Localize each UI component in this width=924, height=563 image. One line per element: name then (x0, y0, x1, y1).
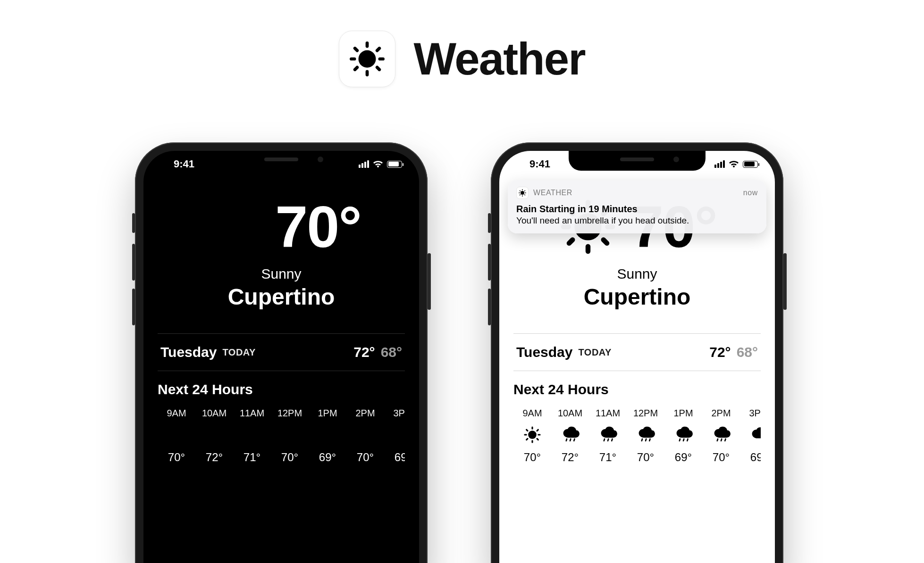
page-header: Weather (0, 31, 924, 87)
hour-time: 12PM (277, 408, 302, 419)
cloud-icon (748, 426, 761, 443)
status-time: 9:41 (160, 158, 208, 170)
rain-icon (278, 425, 301, 444)
next-24-title: Next 24 Hours (513, 381, 761, 397)
hour-time: 10AM (558, 408, 582, 419)
rain-icon (710, 425, 732, 444)
hour-time: 3PM (749, 408, 761, 419)
rain-icon (241, 425, 263, 444)
hour-temp: 72° (206, 451, 223, 464)
hour-cell[interactable]: 11AM71° (233, 408, 271, 464)
hour-cell[interactable]: 10AM72° (195, 408, 233, 464)
current-location: Cupertino (499, 284, 775, 310)
hour-time: 1PM (673, 408, 693, 419)
phone-dark: 9:41 70° Sunny Cupertino Tuesday TODAY 7… (135, 142, 428, 563)
notch (569, 151, 706, 171)
cellular-icon (714, 160, 725, 168)
wifi-icon (373, 160, 383, 168)
hour-time: 2PM (711, 408, 731, 419)
hour-cell[interactable]: 11AM71° (589, 408, 627, 464)
wifi-icon (729, 160, 739, 168)
hour-cell[interactable]: 2PM70° (346, 408, 384, 464)
next-24-section: Next 24 Hours 9AM70°10AM72°11AM71°12PM70… (158, 381, 405, 464)
hour-temp: 71° (244, 451, 260, 464)
hour-time: 3PM (393, 408, 405, 419)
hour-temp: 70° (524, 451, 541, 464)
today-low: 68° (737, 344, 758, 360)
hour-time: 1PM (318, 408, 337, 419)
hour-temp: 70° (281, 451, 298, 464)
hour-cell[interactable]: 9AM70° (158, 408, 195, 464)
hour-temp: 69° (319, 451, 336, 464)
hour-cell[interactable]: 12PM70° (271, 408, 309, 464)
notification-body: You'll need an umbrella if you head outs… (516, 215, 758, 226)
hour-time: 10AM (202, 408, 227, 419)
hour-cell[interactable]: 12PM70° (627, 408, 664, 464)
hour-cell[interactable]: 3PM69° (740, 408, 761, 464)
hour-cell[interactable]: 1PM69° (664, 408, 702, 464)
hour-temp: 69° (750, 451, 761, 464)
rain-icon (559, 425, 581, 444)
hours-scroller[interactable]: 9AM70°10AM72°11AM71°12PM70°1PM69°2PM70°3… (158, 408, 405, 464)
today-day: Tuesday (160, 344, 217, 360)
hour-temp: 70° (713, 451, 730, 464)
rain-icon (634, 425, 657, 444)
phone-light: 9:41 WEATHER now Rain Starting in 19 Min… (491, 142, 783, 563)
rain-icon (596, 425, 619, 444)
today-high: 72° (709, 344, 731, 360)
app-title-group: Weather (409, 33, 585, 85)
screen-light: 9:41 WEATHER now Rain Starting in 19 Min… (499, 151, 775, 563)
hour-temp: 70° (168, 451, 185, 464)
hours-scroller[interactable]: 9AM70°10AM72°11AM71°12PM70°1PM69°2PM70°3… (513, 408, 761, 464)
hour-cell[interactable]: 2PM70° (702, 408, 740, 464)
cellular-icon (359, 160, 369, 168)
current-temp: 70° (275, 198, 361, 256)
hour-temp: 70° (637, 451, 654, 464)
today-label: TODAY (223, 347, 256, 358)
current-location: Cupertino (143, 284, 419, 310)
hour-temp: 69° (395, 451, 405, 464)
hour-temp: 72° (562, 451, 579, 464)
notification-app-icon (516, 187, 529, 199)
hour-cell[interactable]: 9AM70° (513, 408, 551, 464)
hour-temp: 69° (675, 451, 692, 464)
hour-cell[interactable]: 1PM69° (309, 408, 346, 464)
hour-temp: 70° (357, 451, 374, 464)
notch (213, 151, 350, 171)
today-row[interactable]: Tuesday TODAY 72° 68° (158, 333, 405, 371)
notification-title: Rain Starting in 19 Minutes (516, 204, 758, 215)
notification-banner[interactable]: WEATHER now Rain Starting in 19 Minutes … (508, 180, 766, 233)
hour-time: 12PM (633, 408, 658, 419)
hour-time: 11AM (596, 408, 620, 419)
hour-cell[interactable]: 10AM72° (551, 408, 589, 464)
sun-icon (202, 196, 263, 257)
hour-time: 11AM (240, 408, 264, 419)
hour-time: 9AM (167, 408, 186, 419)
hour-cell[interactable]: 3PM69° (384, 408, 405, 464)
today-low: 68° (381, 344, 402, 360)
sun-icon (523, 425, 542, 444)
rain-icon (316, 425, 339, 444)
today-label: TODAY (579, 347, 612, 358)
hour-time: 2PM (355, 408, 375, 419)
current-condition: Sunny (499, 266, 775, 282)
current-condition: Sunny (143, 266, 419, 282)
sun-icon (347, 39, 387, 79)
rain-icon (354, 425, 377, 444)
today-row[interactable]: Tuesday TODAY 72° 68° (513, 333, 761, 371)
hour-time: 9AM (522, 408, 542, 419)
next-24-title: Next 24 Hours (158, 381, 405, 397)
battery-icon (743, 161, 758, 168)
battery-icon (387, 161, 402, 168)
app-icon-tile (339, 31, 395, 87)
today-day: Tuesday (516, 344, 573, 360)
next-24-section: Next 24 Hours 9AM70°10AM72°11AM71°12PM70… (513, 381, 761, 464)
app-title: Weather (413, 33, 585, 85)
rain-icon (203, 425, 226, 444)
screen-dark: 9:41 70° Sunny Cupertino Tuesday TODAY 7… (143, 151, 419, 563)
status-time: 9:41 (516, 158, 563, 170)
sun-icon (167, 425, 186, 444)
rain-icon (672, 425, 695, 444)
today-high: 72° (353, 344, 375, 360)
cloud-icon (392, 426, 405, 443)
